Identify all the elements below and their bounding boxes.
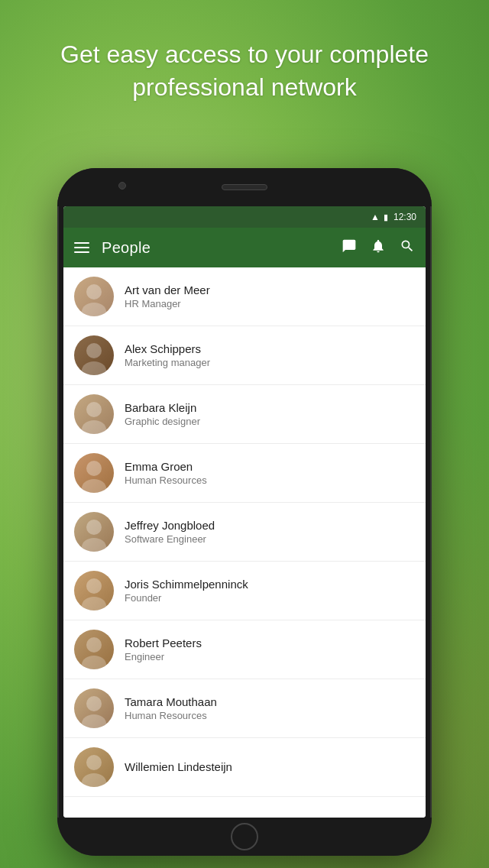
svg-point-15 [82, 714, 106, 728]
avatar [74, 512, 114, 552]
phone-top-bezel [57, 168, 432, 206]
search-icon[interactable] [400, 238, 415, 257]
svg-point-3 [82, 361, 106, 375]
person-info: Willemien Lindesteijn [125, 760, 415, 775]
status-icons: ▲ ▮ 12:30 [371, 212, 416, 222]
person-name: Tamara Mouthaan [125, 695, 415, 708]
person-name: Art van der Meer [125, 283, 415, 296]
svg-point-5 [82, 420, 106, 434]
person-name: Barbara Kleijn [125, 401, 415, 414]
person-info: Tamara MouthaanHuman Resources [125, 695, 415, 721]
person-title: Graphic designer [125, 416, 415, 427]
svg-point-2 [86, 343, 102, 358]
person-info: Art van der MeerHR Manager [125, 283, 415, 309]
list-item[interactable]: Jeffrey JongbloedSoftware Engineer [63, 503, 426, 562]
phone-home-button[interactable] [231, 823, 258, 850]
person-info: Robert PeetersEngineer [125, 636, 415, 662]
status-time: 12:30 [393, 212, 416, 222]
svg-point-6 [86, 461, 102, 476]
avatar [74, 688, 114, 728]
list-item[interactable]: Art van der MeerHR Manager [63, 267, 426, 326]
app-bar: People [63, 228, 426, 267]
list-item[interactable]: Barbara KleijnGraphic designer [63, 385, 426, 444]
list-item[interactable]: Joris SchimmelpenninckFounder [63, 562, 426, 620]
phone-speaker [222, 184, 267, 190]
hero-section: Get easy access to your complete profess… [0, 38, 489, 104]
menu-button[interactable] [74, 242, 89, 253]
avatar [74, 277, 114, 316]
svg-point-14 [86, 696, 102, 711]
messages-icon[interactable] [342, 238, 357, 257]
avatar [74, 747, 114, 787]
svg-point-13 [82, 656, 106, 669]
avatar [74, 335, 114, 375]
person-info: Alex SchippersMarketing manager [125, 342, 415, 368]
person-name: Willemien Lindesteijn [125, 760, 415, 773]
status-bar: ▲ ▮ 12:30 [63, 206, 426, 228]
wifi-icon: ▲ [371, 212, 380, 222]
svg-point-12 [86, 637, 102, 653]
person-name: Robert Peeters [125, 636, 415, 649]
avatar [74, 394, 114, 434]
person-title: Software Engineer [125, 533, 415, 545]
person-name: Joris Schimmelpenninck [125, 578, 415, 591]
person-title: Human Resources [125, 710, 415, 721]
hero-title: Get easy access to your complete profess… [31, 38, 458, 104]
svg-point-0 [86, 284, 102, 300]
list-item[interactable]: Willemien Lindesteijn [63, 738, 426, 797]
svg-point-9 [82, 538, 106, 552]
person-name: Alex Schippers [125, 342, 415, 355]
list-item[interactable]: Robert PeetersEngineer [63, 620, 426, 679]
person-title: Human Resources [125, 474, 415, 486]
person-title: HR Manager [125, 298, 415, 309]
person-info: Emma GroenHuman Resources [125, 460, 415, 486]
list-item[interactable]: Alex SchippersMarketing manager [63, 326, 426, 385]
svg-point-10 [86, 578, 102, 594]
app-bar-icons [342, 238, 415, 257]
phone-camera [118, 182, 126, 189]
svg-point-16 [86, 755, 102, 770]
person-info: Barbara KleijnGraphic designer [125, 401, 415, 427]
avatar [74, 571, 114, 611]
svg-point-11 [82, 597, 106, 611]
phone-device: ▲ ▮ 12:30 People [57, 168, 432, 856]
list-item[interactable]: Tamara MouthaanHuman Resources [63, 679, 426, 738]
app-title: People [102, 239, 329, 257]
svg-point-8 [86, 520, 102, 535]
svg-point-1 [82, 303, 106, 316]
avatar [74, 453, 114, 493]
person-name: Emma Groen [125, 460, 415, 473]
person-title: Marketing manager [125, 357, 415, 368]
person-title: Engineer [125, 651, 415, 662]
person-name: Jeffrey Jongbloed [125, 519, 415, 532]
notifications-icon[interactable] [371, 238, 386, 257]
person-title: Founder [125, 592, 415, 604]
svg-point-17 [82, 773, 106, 787]
battery-icon: ▮ [384, 212, 388, 222]
avatar [74, 630, 114, 669]
person-info: Joris SchimmelpenninckFounder [125, 578, 415, 604]
phone-bottom-bezel [57, 818, 432, 856]
people-list: Art van der MeerHR Manager Alex Schipper… [63, 267, 426, 818]
svg-point-4 [86, 402, 102, 417]
person-info: Jeffrey JongbloedSoftware Engineer [125, 519, 415, 545]
list-item[interactable]: Emma GroenHuman Resources [63, 444, 426, 503]
phone-screen: ▲ ▮ 12:30 People [63, 206, 426, 818]
svg-point-7 [82, 479, 106, 493]
